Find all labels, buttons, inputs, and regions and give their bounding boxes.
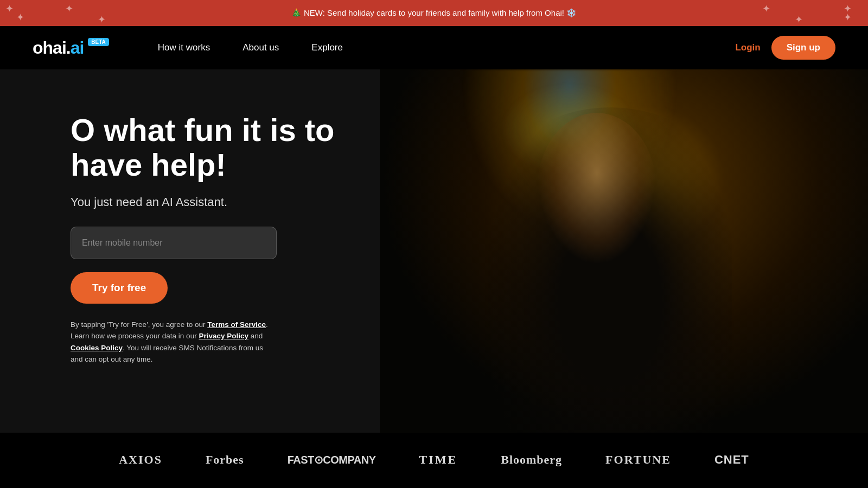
press-logo-axios: AXIOS xyxy=(119,453,162,467)
sparkle-icon: ✦ xyxy=(5,3,14,15)
logo-text: ohai.ai xyxy=(33,38,84,58)
nav-about-us[interactable]: About us xyxy=(226,42,295,53)
terms-link[interactable]: Terms of Service xyxy=(207,320,266,329)
sparkle-icon: ✦ xyxy=(65,3,73,15)
sparkle-icon: ✦ xyxy=(844,11,852,23)
hero-section: O what fun it is to have help! You just … xyxy=(0,69,868,433)
privacy-link[interactable]: Privacy Policy xyxy=(199,332,248,340)
hero-subtitle: You just need an AI Assistant. xyxy=(71,195,396,209)
nav-explore[interactable]: Explore xyxy=(295,42,359,53)
mobile-input[interactable] xyxy=(71,227,277,259)
beta-badge: BETA xyxy=(88,38,108,46)
press-logo-time: TIME xyxy=(419,453,458,467)
press-logo-cnet: CNET xyxy=(714,453,749,467)
sparkle-icon: ✦ xyxy=(98,14,106,25)
legal-text: By tapping 'Try for Free', you agree to … xyxy=(71,319,277,365)
login-button[interactable]: Login xyxy=(735,42,760,53)
press-logo-forbes: Forbes xyxy=(206,453,244,467)
hero-image xyxy=(380,69,868,433)
hero-title: O what fun it is to have help! xyxy=(71,113,396,182)
announcement-banner: ✦ ✦ ✦ ✦ ✦ ✦ ✦ ✦ 🎄 NEW: Send holiday card… xyxy=(0,0,868,26)
try-for-free-button[interactable]: Try for free xyxy=(71,272,168,304)
press-logo-fastcompany: FAST⊙COMPANY xyxy=(288,453,376,466)
nav-links: How it works About us Explore xyxy=(142,42,736,53)
sparkle-icon: ✦ xyxy=(795,14,803,25)
press-logo-fortune: FORTUNE xyxy=(605,453,671,467)
signup-button[interactable]: Sign up xyxy=(771,36,835,60)
logo[interactable]: ohai.ai BETA xyxy=(33,38,109,58)
press-logos-bar: AXIOS Forbes FAST⊙COMPANY TIME Bloomberg… xyxy=(0,433,868,487)
banner-text: 🎄 NEW: Send holiday cards to your friend… xyxy=(291,8,577,18)
hero-content: O what fun it is to have help! You just … xyxy=(71,113,396,365)
cookies-link[interactable]: Cookies Policy xyxy=(71,344,123,352)
sparkle-icon: ✦ xyxy=(762,3,770,15)
press-logo-bloomberg: Bloomberg xyxy=(501,453,562,467)
navbar: ohai.ai BETA How it works About us Explo… xyxy=(0,26,868,69)
nav-how-it-works[interactable]: How it works xyxy=(142,42,226,53)
sparkle-icon: ✦ xyxy=(16,11,24,23)
nav-right: Login Sign up xyxy=(735,36,835,60)
